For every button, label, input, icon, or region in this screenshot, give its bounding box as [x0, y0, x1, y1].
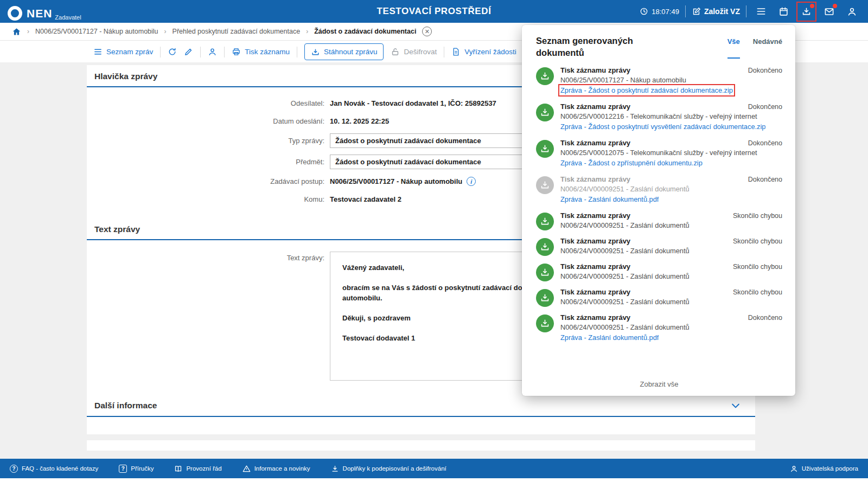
generated-doc-item: Tisk záznamu zprávySkončilo chybou N006/… [536, 288, 782, 307]
refresh-icon [168, 47, 177, 56]
download-icon [331, 465, 339, 473]
toolbar-download-message-button[interactable]: Stáhnout zprávu [304, 43, 384, 60]
show-all-link[interactable]: Zobrazit vše [536, 375, 782, 388]
brand-role: Zadavatel [55, 14, 81, 21]
person-icon [208, 47, 217, 56]
generated-doc-item: Tisk záznamu zprávyDokončeno N006/24/V00… [536, 313, 782, 343]
doc-download-link[interactable]: Zpráva - Žádost o poskytnutí vysvětlení … [560, 123, 765, 131]
nen-logo-icon [8, 6, 22, 21]
download-success-icon [536, 104, 554, 121]
home-icon[interactable] [12, 27, 21, 36]
calendar-icon[interactable] [775, 3, 792, 20]
notification-dot [833, 4, 837, 8]
nen-logo[interactable]: NEN Zadavatel [8, 2, 132, 21]
toolbar-edit-button[interactable] [184, 47, 193, 56]
download-success-icon [536, 314, 554, 332]
tab-recent[interactable]: Nedávné [753, 37, 782, 59]
doc-status: Dokončeno [748, 67, 782, 74]
divider [224, 47, 225, 57]
doc-status: Dokončeno [748, 314, 782, 322]
download-success-icon [536, 213, 554, 230]
generated-doc-item: Tisk záznamu zprávySkončilo chybou N006/… [536, 211, 782, 230]
edit-icon [184, 47, 193, 56]
toolbar-recipients-button[interactable] [208, 47, 217, 56]
menu-icon[interactable] [752, 3, 769, 20]
divider [297, 47, 297, 57]
notification-dot [810, 4, 814, 8]
unlock-icon [391, 47, 400, 56]
doc-status: Dokončeno [748, 139, 782, 147]
doc-download-link[interactable]: Zpráva - Žádost o poskytnutí zadávací do… [560, 86, 733, 94]
footer-bar: ? FAQ - často kladené dotazy ? Příručky … [0, 459, 868, 478]
info-icon[interactable]: i [467, 177, 476, 186]
edit-icon [692, 7, 701, 16]
downloads-icon[interactable] [798, 3, 815, 20]
footer-support-link[interactable]: Uživatelská podpora [790, 465, 858, 473]
generated-doc-item: Tisk záznamu zprávySkončilo chybou N006/… [536, 262, 782, 281]
mail-icon[interactable] [821, 3, 838, 20]
close-icon[interactable]: ✕ [422, 27, 432, 36]
question-circle-icon: ? [10, 465, 18, 473]
section-title: Text zprávy [94, 224, 140, 234]
toolbar-print-record-button[interactable]: Tisk záznamu [232, 47, 290, 56]
toolbar-process-request-button[interactable]: Vyřízení žádosti [451, 47, 516, 56]
empty-strip [87, 440, 755, 451]
doc-status: Skončilo chybou [733, 237, 782, 245]
footer-news-link[interactable]: Informace a novinky [242, 465, 310, 473]
doc-status: Skončilo chybou [733, 263, 782, 271]
download-success-icon [536, 264, 554, 281]
doc-status: Dokončeno [748, 176, 782, 183]
panel-tabs: Vše Nedávné [727, 35, 782, 59]
doc-status: Dokončeno [748, 103, 782, 111]
warning-icon [242, 465, 251, 473]
server-clock: 18:07:49 [640, 7, 679, 16]
generated-documents-panel: Seznam generovaných dokumentů Vše Nedávn… [522, 25, 795, 396]
printer-icon [232, 47, 241, 56]
doc-download-link[interactable]: Zpráva - Zaslání dokumentů.pdf [560, 333, 659, 342]
breadcrumb-item-overview[interactable]: Přehled poskytnutí zadávací dokumentace [173, 28, 301, 35]
footer-manuals-link[interactable]: ? Příručky [119, 465, 154, 473]
generated-doc-item: Tisk záznamu zprávySkončilo chybou N006/… [536, 237, 782, 256]
create-vz-button[interactable]: Založit VZ [692, 7, 740, 16]
download-success-icon [536, 289, 554, 307]
panel-title: Seznam generovaných dokumentů [536, 35, 661, 59]
document-icon [451, 47, 461, 56]
section-title: Hlavička zprávy [94, 72, 157, 81]
generated-doc-item: Tisk záznamu zprávyDokončeno N006/24/V00… [536, 175, 782, 205]
download-muted-icon [536, 176, 554, 194]
footer-plugins-link[interactable]: Doplňky k podepisování a dešifrování [331, 465, 446, 473]
top-bar: NEN Zadavatel TESTOVACÍ PROSTŘEDÍ 18:07:… [0, 0, 868, 23]
question-square-icon: ? [119, 465, 127, 473]
divider [200, 47, 201, 57]
clock-icon [640, 7, 648, 16]
download-success-icon [536, 67, 554, 85]
user-icon[interactable] [844, 3, 860, 20]
breadcrumb-item-current: Žádost o zadávací dokumentaci [314, 28, 416, 35]
doc-download-link[interactable]: Zpráva - Žádost o zpřístupnění dokumentu… [560, 159, 703, 167]
generated-doc-item: Tisk záznamu zprávyDokončeno N006/25/V00… [536, 139, 782, 169]
divider [444, 47, 444, 57]
divider [685, 5, 686, 17]
chevron-down-icon[interactable] [730, 400, 741, 411]
download-success-icon [536, 238, 554, 256]
section-title: Další informace [94, 401, 157, 410]
breadcrumb-item-procedure[interactable]: N006/25/V00017127 - Nákup automobilu [35, 28, 158, 35]
divider [160, 47, 161, 57]
footer-faq-link[interactable]: ? FAQ - často kladené dotazy [10, 465, 98, 473]
section-header-more-info[interactable]: Další informace [87, 394, 755, 417]
tab-all[interactable]: Vše [727, 37, 740, 59]
generated-doc-item: Tisk záznamu zprávyDokončeno N006/25/V00… [536, 66, 782, 96]
generated-doc-item: Tisk záznamu zprávyDokončeno N006/25/V00… [536, 102, 782, 132]
doc-download-link[interactable]: Zpráva - Zaslání dokumentů.pdf [560, 195, 659, 203]
doc-status: Skončilo chybou [733, 288, 782, 296]
toolbar-refresh-button[interactable] [168, 47, 177, 56]
toolbar-message-list-button[interactable]: Seznam zpráv [93, 47, 153, 56]
brand-name: NEN [27, 7, 52, 20]
support-person-icon [790, 465, 798, 473]
toolbar-decrypt-button[interactable]: Dešifrovat [391, 47, 437, 56]
doc-status: Skončilo chybou [733, 212, 782, 220]
panel-header: Seznam generovaných dokumentů Vše Nedávn… [536, 35, 782, 59]
download-success-icon [536, 140, 554, 158]
divider [746, 5, 746, 17]
footer-rules-link[interactable]: Provozní řád [174, 465, 221, 473]
